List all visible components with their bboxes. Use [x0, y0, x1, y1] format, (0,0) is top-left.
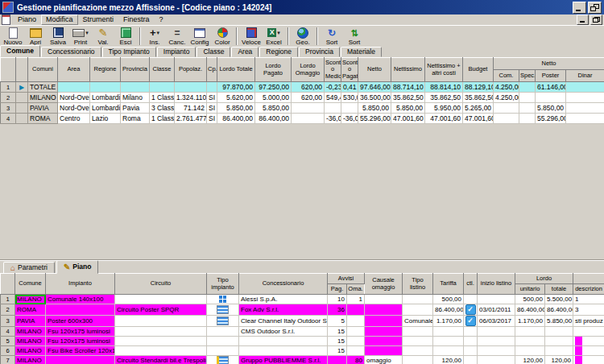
cell[interactable]: 35.862,50	[463, 93, 494, 103]
cell[interactable]: 1.170,00	[433, 316, 464, 327]
cell[interactable]: ✓	[464, 316, 478, 327]
cell[interactable]	[403, 337, 433, 346]
cell[interactable]: 1.170,00	[515, 316, 545, 327]
cell[interactable]: 1 Classe	[150, 93, 175, 103]
cell[interactable]	[566, 93, 604, 103]
cell[interactable]: 5.850,00	[391, 103, 425, 114]
cell[interactable]: Alessi S.p.A.	[239, 295, 328, 304]
menu-item-blank[interactable]: ?	[155, 14, 168, 25]
cell[interactable]: 0,41	[341, 82, 358, 93]
column-header-regione[interactable]: Regione	[90, 58, 121, 82]
cell[interactable]: 1	[347, 295, 365, 304]
cell[interactable]	[365, 304, 403, 316]
cell[interactable]: MILANO	[15, 346, 46, 356]
cell[interactable]: 86.400,00	[433, 304, 464, 316]
cell[interactable]: Circuito Stendardi bil.e Trespoli bil.	[115, 356, 207, 364]
cell[interactable]: 36.500,00	[358, 93, 391, 103]
cell[interactable]	[347, 337, 365, 346]
column-header-scont-o-medio[interactable]: Scont o Medio	[325, 58, 341, 82]
cell[interactable]	[478, 295, 515, 304]
column-header-budget[interactable]: Budget	[463, 58, 494, 82]
cell[interactable]: 10	[328, 295, 347, 304]
minimize-button[interactable]	[573, 2, 586, 14]
cell[interactable]	[573, 346, 604, 356]
cell[interactable]: Nord-Ovest	[58, 93, 90, 103]
tab-materiale[interactable]: Materiale	[341, 47, 382, 57]
column-header-classe[interactable]: Classe	[150, 58, 175, 82]
toolbar-button-geo[interactable]: Geo.	[292, 27, 314, 46]
toolbar-button-salva[interactable]: Salva	[47, 27, 69, 46]
cell[interactable]: 88.714,10	[391, 82, 425, 93]
cell[interactable]: 3	[1, 316, 15, 327]
toolbar-button-val[interactable]: ✎Val.	[92, 27, 114, 46]
cell[interactable]: 1	[573, 295, 604, 304]
cell[interactable]: 5.265,00	[463, 103, 494, 114]
cell[interactable]: MILANO	[15, 327, 46, 337]
column-header-tipo-listino[interactable]: Tipo listino	[403, 274, 433, 295]
cell[interactable]: 15	[328, 327, 347, 337]
cell[interactable]: 530,00	[341, 93, 358, 103]
menu-item-modifica[interactable]: Modifica	[41, 14, 78, 25]
column-header-totale[interactable]: totale	[545, 284, 573, 295]
cell[interactable]: omaggio	[365, 356, 403, 364]
cell[interactable]: 1.324.110	[175, 93, 207, 103]
cell[interactable]: 5.850,00	[536, 103, 566, 114]
column-header-descrizion[interactable]: descrizion	[573, 284, 604, 295]
cell[interactable]: 620,00	[292, 93, 325, 103]
cell[interactable]	[292, 114, 325, 124]
cell[interactable]: ROMA	[28, 114, 58, 124]
toolbar-button-esci[interactable]: Esci	[114, 27, 137, 46]
column-header-tipo-impianto[interactable]: Tipo impianto	[207, 274, 239, 295]
cell[interactable]: ✓	[464, 304, 478, 316]
cell[interactable]	[464, 346, 478, 356]
cell[interactable]: TOTALE	[28, 82, 58, 93]
toolbar-button-nuovo[interactable]: Nuovo	[2, 27, 24, 46]
cell[interactable]: 47.001,60	[425, 114, 463, 124]
cell[interactable]: MILANO	[15, 295, 46, 304]
column-header-ctl[interactable]: ctl.	[464, 274, 478, 295]
cell[interactable]	[566, 103, 604, 114]
cell[interactable]	[365, 327, 403, 337]
cell[interactable]: Milano	[121, 93, 150, 103]
cell[interactable]	[207, 316, 239, 327]
cell[interactable]	[239, 337, 328, 346]
cell[interactable]: PAVIA	[15, 316, 46, 327]
cell[interactable]: 88.129,10	[463, 82, 494, 93]
cell[interactable]: 36	[328, 304, 347, 316]
cell[interactable]: 97.250,00	[255, 82, 292, 93]
cell[interactable]: 35.862,50	[425, 93, 463, 103]
cell[interactable]: 4	[1, 327, 15, 337]
column-header-lordo-omaggio[interactable]: Lordo Omaggio	[292, 58, 325, 82]
checkbox-checked-icon[interactable]: ✓	[465, 316, 476, 326]
column-header-comuni[interactable]: Comuni	[28, 58, 58, 82]
column-header-tariffa[interactable]: Tariffa	[433, 274, 464, 295]
tab-provincia[interactable]: Provincia	[299, 47, 340, 57]
cell[interactable]	[175, 82, 207, 93]
cell[interactable]: Roma	[121, 114, 150, 124]
column-header-lordo-pagato[interactable]: Lordo Pagato	[255, 58, 292, 82]
cell[interactable]: 1	[1, 82, 16, 93]
cell[interactable]: 120,00	[433, 356, 464, 364]
menu-item-strumenti[interactable]: Strumenti	[78, 14, 119, 25]
toolbar-button-sort[interactable]: ↻Sort	[321, 27, 343, 46]
cell[interactable]: 06/03/2017	[478, 316, 515, 327]
cell[interactable]: Lombardia	[90, 93, 121, 103]
toolbar-button-excel[interactable]: X▾Excel	[263, 27, 285, 46]
cell[interactable]: 3	[573, 304, 604, 316]
column-header-nettissimo-altri-costi[interactable]: Nettissimo + altri costi	[425, 58, 463, 82]
menu-item-finestra[interactable]: Finestra	[118, 14, 155, 25]
restore-button[interactable]	[588, 2, 602, 14]
cell[interactable]: Lazio	[90, 114, 121, 124]
cell[interactable]	[566, 82, 604, 93]
column-header-dinar[interactable]: Dinar	[566, 70, 604, 82]
cell[interactable]: 1 Classe	[150, 114, 175, 124]
cell[interactable]: Centro	[58, 114, 90, 124]
cell[interactable]: -36,00	[325, 114, 341, 124]
dropdown-arrow-icon[interactable]: ▾	[85, 30, 89, 36]
cell[interactable]	[464, 327, 478, 337]
column-header-com[interactable]: Com.	[494, 70, 519, 82]
cell[interactable]	[494, 114, 519, 124]
column-header-concessionario[interactable]: Concessionario	[239, 274, 328, 295]
cell[interactable]	[519, 114, 536, 124]
tab-parametri[interactable]: ⌂Parametri	[3, 262, 55, 274]
